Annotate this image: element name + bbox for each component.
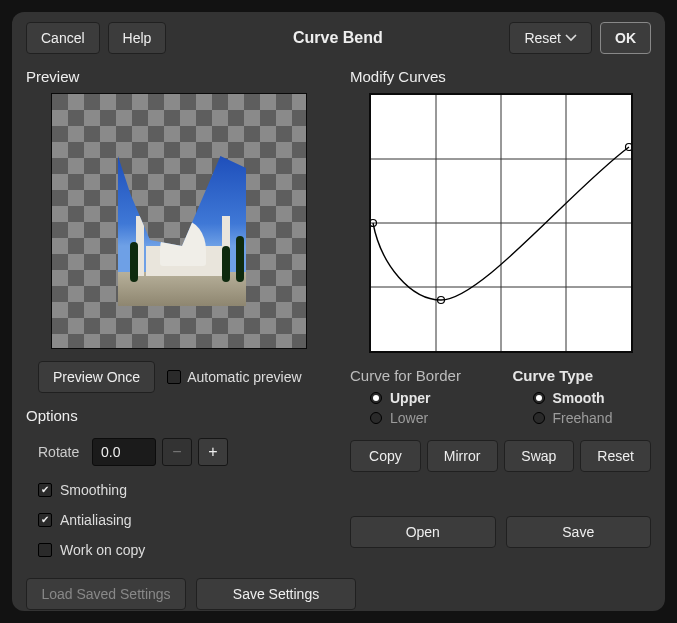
swap-button[interactable]: Swap	[504, 440, 575, 472]
upper-radio[interactable]	[370, 392, 382, 404]
save-button[interactable]: Save	[506, 516, 652, 548]
rotate-input[interactable]	[92, 438, 156, 466]
preview-image	[118, 156, 246, 306]
chevron-down-icon	[565, 32, 577, 44]
work-on-copy-label: Work on copy	[60, 542, 145, 558]
work-on-copy-checkbox[interactable]	[38, 543, 52, 557]
copy-button[interactable]: Copy	[350, 440, 421, 472]
curve-editor[interactable]	[369, 93, 633, 353]
rotate-increment-button[interactable]: +	[198, 438, 228, 466]
upper-row: Upper	[350, 390, 489, 406]
smooth-row: Smooth	[513, 390, 652, 406]
load-saved-settings-button[interactable]: Load Saved Settings	[26, 578, 186, 610]
smoothing-row: Smoothing	[38, 482, 332, 498]
plus-icon: +	[208, 443, 217, 461]
settings-buttons: Load Saved Settings Save Settings	[26, 578, 332, 610]
radio-columns: Curve for Border Upper Lower Curve Type …	[350, 363, 651, 426]
auto-preview-row: Automatic preview	[167, 369, 301, 385]
options-section-label: Options	[26, 407, 332, 424]
open-save-buttons: Open Save	[350, 516, 651, 548]
preview-section-label: Preview	[26, 68, 332, 85]
freehand-label: Freehand	[553, 410, 613, 426]
save-settings-button[interactable]: Save Settings	[196, 578, 356, 610]
right-column: Modify Curves Curve for Border	[350, 68, 651, 610]
help-button[interactable]: Help	[108, 22, 167, 54]
freehand-row: Freehand	[513, 410, 652, 426]
upper-label: Upper	[390, 390, 430, 406]
curve-action-buttons: Copy Mirror Swap Reset	[350, 440, 651, 472]
smooth-radio[interactable]	[533, 392, 545, 404]
preview-controls: Preview Once Automatic preview	[26, 361, 332, 393]
antialias-checkbox[interactable]	[38, 513, 52, 527]
preview-once-button[interactable]: Preview Once	[38, 361, 155, 393]
antialias-row: Antialiasing	[38, 512, 332, 528]
content-columns: Preview Preview Once Au	[26, 68, 651, 610]
cancel-button[interactable]: Cancel	[26, 22, 100, 54]
ok-button[interactable]: OK	[600, 22, 651, 54]
lower-label: Lower	[390, 410, 428, 426]
curve-type-title: Curve Type	[513, 367, 652, 384]
titlebar: Cancel Help Curve Bend Reset OK	[26, 22, 651, 54]
smoothing-checkbox[interactable]	[38, 483, 52, 497]
left-column: Preview Preview Once Au	[26, 68, 332, 610]
curve-for-border-title: Curve for Border	[350, 367, 489, 384]
lower-radio[interactable]	[370, 412, 382, 424]
work-on-copy-row: Work on copy	[38, 542, 332, 558]
modify-curves-label: Modify Curves	[350, 68, 651, 85]
preview-canvas	[51, 93, 307, 349]
dialog-title: Curve Bend	[174, 29, 501, 47]
open-button[interactable]: Open	[350, 516, 496, 548]
mirror-button[interactable]: Mirror	[427, 440, 498, 472]
minus-icon: −	[172, 443, 181, 461]
reset-button[interactable]: Reset	[509, 22, 592, 54]
rotate-label: Rotate	[38, 444, 86, 460]
lower-row: Lower	[350, 410, 489, 426]
reset-label: Reset	[524, 30, 561, 46]
curve-reset-button[interactable]: Reset	[580, 440, 651, 472]
auto-preview-label: Automatic preview	[187, 369, 301, 385]
curve-type-group: Curve Type Smooth Freehand	[513, 363, 652, 426]
auto-preview-checkbox[interactable]	[167, 370, 181, 384]
antialias-label: Antialiasing	[60, 512, 132, 528]
smooth-label: Smooth	[553, 390, 605, 406]
rotate-decrement-button[interactable]: −	[162, 438, 192, 466]
smoothing-label: Smoothing	[60, 482, 127, 498]
rotate-spinner: Rotate − +	[38, 438, 332, 466]
freehand-radio[interactable]	[533, 412, 545, 424]
curve-bend-dialog: Cancel Help Curve Bend Reset OK Preview	[12, 12, 665, 611]
curve-for-border-group: Curve for Border Upper Lower	[350, 363, 489, 426]
